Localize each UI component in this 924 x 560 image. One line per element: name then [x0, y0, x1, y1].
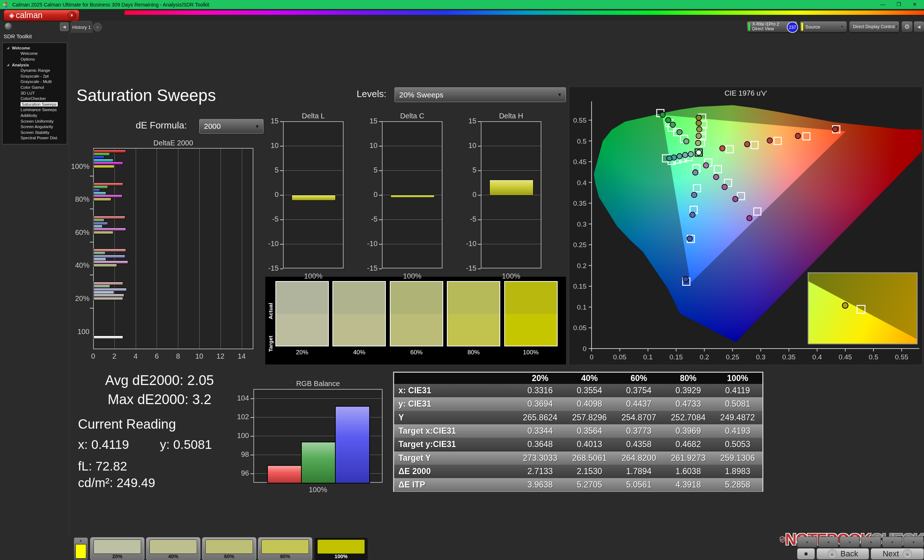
chevron-down-icon: ▼	[895, 25, 898, 29]
reading-fl: fL: 72.82	[78, 459, 127, 473]
table-cell: 254.8707	[614, 411, 664, 424]
levels-label: Levels:	[357, 88, 386, 100]
y-tick-label: 0	[460, 190, 476, 199]
x-axis-label: 100%	[481, 272, 542, 280]
sidebar-item-screen-angularity[interactable]: Screen Angularity	[3, 124, 67, 130]
next-button[interactable]: Next »	[871, 548, 924, 560]
footer-card-100%[interactable]: 100%	[314, 537, 368, 560]
gridline	[220, 149, 221, 349]
table-cell: 4.3918	[663, 478, 713, 491]
measured-marker	[696, 133, 701, 139]
table-cell: 0.3773	[614, 424, 664, 438]
close-button[interactable]: ✕	[907, 0, 922, 9]
y-tick	[478, 146, 481, 147]
swatch-cell-40%	[332, 281, 386, 346]
table-cell: 1.6038	[663, 465, 713, 478]
gridline	[157, 149, 157, 349]
footer-swatch-widget[interactable]: ▲	[74, 537, 88, 560]
back-button[interactable]: « Back	[816, 548, 869, 560]
chart-title-cie: CIE 1976 u'v'	[724, 89, 767, 97]
shield-check-icon	[780, 525, 785, 554]
footer-action-button-1[interactable]: ●	[797, 536, 817, 547]
sidebar-item-analysis[interactable]: ◢Analysis	[3, 62, 67, 68]
sidebar-item-color-gamut[interactable]: Color Gamut	[3, 84, 67, 90]
footer-card-80%[interactable]: 80%	[258, 537, 312, 560]
y-tick-label: -15	[262, 264, 279, 273]
footer-action-button-2[interactable]: ●	[818, 536, 838, 547]
expand-arrow-icon[interactable]: ◢	[7, 63, 9, 66]
minimize-button[interactable]: —	[875, 0, 891, 9]
swatch-cell-20%	[275, 281, 329, 346]
de-formula-dropdown[interactable]: 2000 ▼	[199, 119, 264, 133]
svg-text:0.55: 0.55	[895, 353, 909, 361]
footer-action-button-6[interactable]: ●	[903, 536, 924, 547]
y-tick-label: -15	[460, 264, 476, 273]
settings-button[interactable]: ⚙	[901, 21, 913, 33]
measured-marker	[733, 196, 738, 202]
tab-history-1[interactable]: History 1	[71, 21, 92, 33]
sidebar-item-3d-lut[interactable]: 3D LUT	[3, 90, 67, 96]
restore-button[interactable]: ❐	[891, 0, 907, 9]
table-row-label: y: CIE31	[394, 397, 515, 410]
svg-text:0.15: 0.15	[669, 353, 683, 361]
y-group-label: 100	[51, 328, 90, 336]
y-tick	[379, 219, 382, 220]
footer-card-40%[interactable]: 40%	[146, 537, 200, 560]
add-tab-button[interactable]: +	[93, 23, 102, 31]
swatch-target	[333, 314, 385, 346]
sidebar-item-spectral-power-dist-[interactable]: Spectral Power Dist.	[3, 135, 67, 141]
x-axis-label: 100%	[283, 272, 344, 280]
footer-action-button-3[interactable]: ●	[840, 536, 860, 547]
table-row-label: Target y:CIE31	[394, 438, 515, 451]
workflow-tree: ◢WelcomeWelcomeOptions◢AnalysisDynamic R…	[2, 43, 67, 144]
levels-dropdown[interactable]: 20% Sweeps ▼	[394, 87, 566, 102]
sidebar-item-grayscale-2pt[interactable]: Grayscale - 2pt	[3, 73, 67, 79]
panel-collapse-button[interactable]: ◀	[914, 21, 924, 33]
reading-y: y: 0.5081	[160, 437, 212, 452]
table-col-header-20%: 20%	[515, 373, 565, 384]
footer-action-button-4[interactable]: ●	[861, 536, 881, 547]
table-header-row: 20%40%60%80%100%	[394, 373, 762, 384]
swatch-actual	[505, 282, 557, 314]
calman-menu-button[interactable]: ◈ calman ▼	[4, 10, 80, 21]
sidebar-item-dynamic-range[interactable]: Dynamic Range	[3, 67, 67, 73]
sidebar-item-screen-stability[interactable]: Screen Stability	[3, 130, 67, 135]
measured-marker	[722, 184, 727, 190]
delta-bar-delta-l	[292, 195, 336, 201]
sidebar-item-options[interactable]: Options	[3, 56, 67, 62]
sidebar-item-screen-uniformity[interactable]: Screen Uniformity	[3, 118, 67, 124]
expand-arrow-icon[interactable]: ◢	[7, 46, 9, 49]
footer-action-button-5[interactable]: ●	[882, 536, 902, 547]
x-tick-label: 8	[171, 352, 185, 361]
footer-card-60%[interactable]: 60%	[202, 537, 256, 560]
swatch-target	[276, 314, 328, 346]
x-axis-label: 100%	[254, 486, 382, 494]
sidebar-collapse-button[interactable]: ◀	[60, 22, 69, 31]
sidebar-item-additivity[interactable]: Additivity	[3, 112, 67, 118]
sidebar-item-saturation-sweeps[interactable]: Saturation Sweeps	[3, 101, 67, 107]
table-cell: 0.4733	[663, 397, 713, 410]
footer-card-20%[interactable]: 20%	[90, 537, 144, 560]
sidebar-item-luminance-sweeps[interactable]: Luminance Sweeps	[3, 107, 67, 113]
sidebar-item-welcome[interactable]: Welcome	[3, 51, 67, 57]
y-tick-label: -10	[262, 240, 279, 248]
swatch-cell-60%	[390, 281, 443, 346]
svg-text:0.3: 0.3	[577, 220, 586, 228]
footer-card-label: 40%	[147, 554, 200, 559]
y-tick	[478, 170, 481, 171]
page-title: Saturation Sweeps	[76, 85, 216, 105]
measured-marker	[660, 112, 665, 117]
sidebar-item-grayscale-multi[interactable]: Grayscale - Multi	[3, 79, 67, 85]
swatch-actual	[390, 282, 442, 314]
sidebar-item-welcome[interactable]: ◢Welcome	[3, 45, 67, 51]
source-dropdown[interactable]: Source ▼	[800, 21, 847, 33]
sidebar-item-colorchecker[interactable]: ColorChecker	[3, 96, 67, 101]
display-control-dropdown[interactable]: Direct Display Control ▼	[849, 21, 900, 33]
y-tick	[280, 195, 283, 196]
gridline	[382, 170, 442, 171]
table-cell: 0.3754	[614, 384, 664, 397]
stop-button[interactable]: ■	[797, 548, 815, 560]
svg-text:0.4: 0.4	[577, 179, 587, 187]
sidebar-knob-button[interactable]	[4, 22, 12, 30]
measured-marker	[720, 146, 725, 151]
